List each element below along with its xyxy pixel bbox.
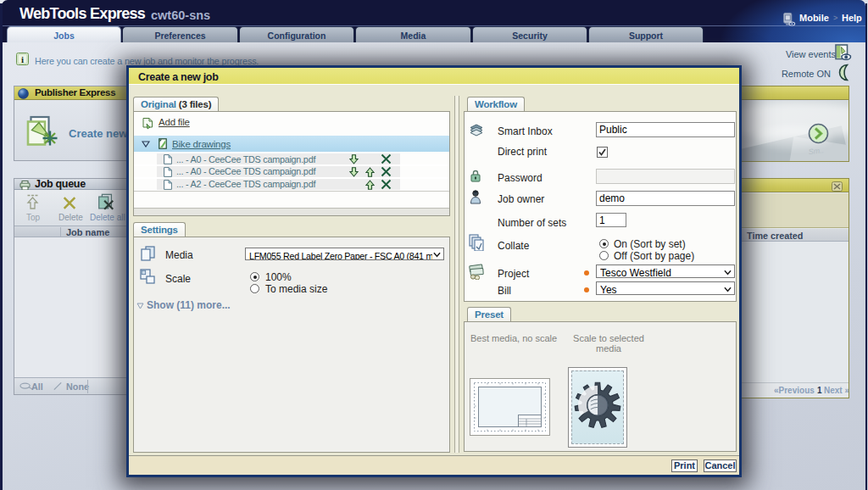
svg-text:i: i [21,54,24,64]
